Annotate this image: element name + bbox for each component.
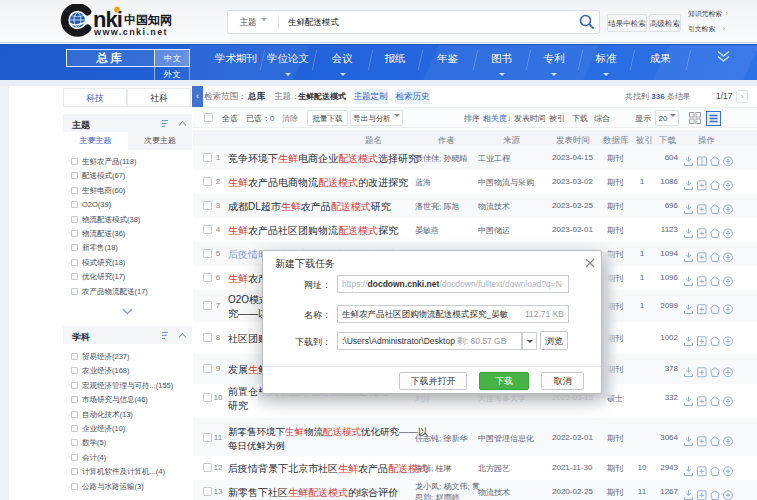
svg-text:www.cnki.net: www.cnki.net: [93, 27, 168, 37]
svg-text:中国知网: 中国知网: [124, 13, 172, 27]
